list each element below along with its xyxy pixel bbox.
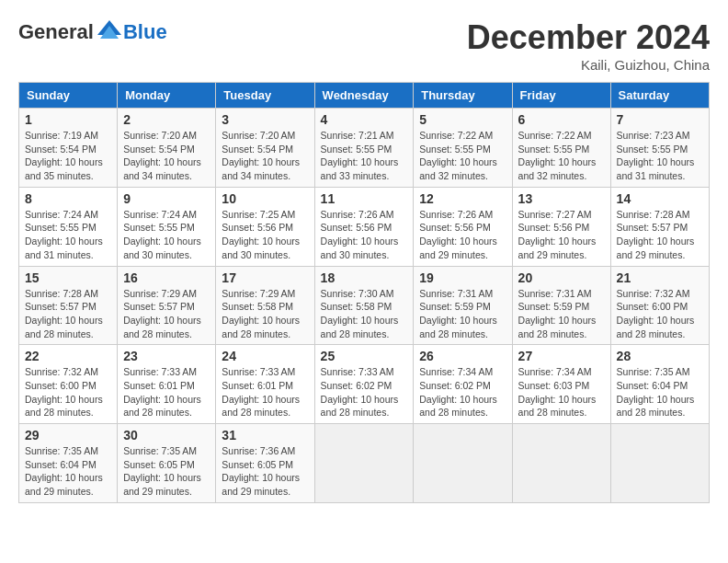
day-info: Sunrise: 7:25 AM Sunset: 5:56 PM Dayligh… (222, 208, 308, 262)
day-number: 1 (25, 112, 111, 127)
calendar-cell: 9Sunrise: 7:24 AM Sunset: 5:55 PM Daylig… (118, 187, 216, 266)
day-number: 25 (321, 349, 408, 363)
day-of-week-header: Sunday (19, 83, 118, 109)
calendar-cell: 10Sunrise: 7:25 AM Sunset: 5:56 PM Dayli… (216, 187, 314, 266)
calendar-cell: 8Sunrise: 7:24 AM Sunset: 5:55 PM Daylig… (19, 187, 118, 266)
day-info: Sunrise: 7:20 AM Sunset: 5:54 PM Dayligh… (123, 129, 210, 183)
day-number: 17 (222, 270, 308, 285)
calendar-cell (414, 424, 512, 503)
logo-icon (96, 18, 123, 46)
logo-general: General (18, 20, 94, 44)
day-info: Sunrise: 7:28 AM Sunset: 5:57 PM Dayligh… (617, 208, 703, 262)
month-title: December 2024 (467, 18, 710, 57)
day-number: 13 (518, 191, 605, 206)
day-number: 5 (419, 112, 506, 127)
calendar-header-row: SundayMondayTuesdayWednesdayThursdayFrid… (19, 83, 710, 109)
day-info: Sunrise: 7:35 AM Sunset: 6:04 PM Dayligh… (617, 365, 703, 419)
calendar-cell: 25Sunrise: 7:33 AM Sunset: 6:02 PM Dayli… (314, 345, 414, 424)
day-info: Sunrise: 7:32 AM Sunset: 6:00 PM Dayligh… (617, 287, 703, 341)
location: Kaili, Guizhou, China (467, 57, 710, 73)
calendar-week-row: 15Sunrise: 7:28 AM Sunset: 5:57 PM Dayli… (19, 266, 710, 345)
calendar-cell: 26Sunrise: 7:34 AM Sunset: 6:02 PM Dayli… (414, 345, 512, 424)
day-info: Sunrise: 7:33 AM Sunset: 6:01 PM Dayligh… (123, 365, 210, 419)
calendar-cell: 18Sunrise: 7:30 AM Sunset: 5:58 PM Dayli… (314, 266, 414, 345)
calendar-cell: 6Sunrise: 7:22 AM Sunset: 5:55 PM Daylig… (512, 109, 610, 188)
day-info: Sunrise: 7:20 AM Sunset: 5:54 PM Dayligh… (222, 129, 308, 183)
day-info: Sunrise: 7:31 AM Sunset: 5:59 PM Dayligh… (419, 287, 506, 341)
day-of-week-header: Tuesday (216, 83, 314, 109)
day-number: 9 (123, 191, 210, 206)
calendar-week-row: 22Sunrise: 7:32 AM Sunset: 6:00 PM Dayli… (19, 345, 710, 424)
day-number: 15 (25, 270, 111, 285)
day-info: Sunrise: 7:19 AM Sunset: 5:54 PM Dayligh… (25, 129, 111, 183)
day-info: Sunrise: 7:31 AM Sunset: 5:59 PM Dayligh… (518, 287, 605, 341)
day-number: 26 (419, 349, 506, 363)
day-number: 11 (321, 191, 408, 206)
day-info: Sunrise: 7:29 AM Sunset: 5:57 PM Dayligh… (123, 287, 210, 341)
day-number: 24 (222, 349, 308, 363)
calendar-cell: 13Sunrise: 7:27 AM Sunset: 5:56 PM Dayli… (512, 187, 610, 266)
day-number: 20 (518, 270, 605, 285)
day-of-week-header: Wednesday (314, 83, 414, 109)
calendar-cell: 30Sunrise: 7:35 AM Sunset: 6:05 PM Dayli… (118, 424, 216, 503)
day-info: Sunrise: 7:23 AM Sunset: 5:55 PM Dayligh… (617, 129, 703, 183)
day-info: Sunrise: 7:27 AM Sunset: 5:56 PM Dayligh… (518, 208, 605, 262)
day-of-week-header: Thursday (414, 83, 512, 109)
day-of-week-header: Friday (512, 83, 610, 109)
day-number: 27 (518, 349, 605, 363)
day-info: Sunrise: 7:34 AM Sunset: 6:02 PM Dayligh… (419, 365, 506, 419)
calendar-cell: 28Sunrise: 7:35 AM Sunset: 6:04 PM Dayli… (610, 345, 709, 424)
title-area: December 2024 Kaili, Guizhou, China (467, 18, 710, 73)
day-number: 6 (518, 112, 605, 127)
day-number: 18 (321, 270, 408, 285)
calendar-cell (512, 424, 610, 503)
day-info: Sunrise: 7:34 AM Sunset: 6:03 PM Dayligh… (518, 365, 605, 419)
day-info: Sunrise: 7:36 AM Sunset: 6:05 PM Dayligh… (222, 444, 308, 499)
day-number: 14 (617, 191, 703, 206)
day-info: Sunrise: 7:32 AM Sunset: 6:00 PM Dayligh… (25, 365, 111, 419)
calendar-cell: 24Sunrise: 7:33 AM Sunset: 6:01 PM Dayli… (216, 345, 314, 424)
day-info: Sunrise: 7:30 AM Sunset: 5:58 PM Dayligh… (321, 287, 408, 341)
day-info: Sunrise: 7:33 AM Sunset: 6:01 PM Dayligh… (222, 365, 308, 419)
day-number: 21 (617, 270, 703, 285)
calendar-cell (314, 424, 414, 503)
day-number: 31 (222, 428, 308, 442)
day-number: 30 (123, 428, 210, 442)
day-info: Sunrise: 7:24 AM Sunset: 5:55 PM Dayligh… (25, 208, 111, 262)
calendar-cell (610, 424, 709, 503)
day-info: Sunrise: 7:22 AM Sunset: 5:55 PM Dayligh… (419, 129, 506, 183)
day-number: 28 (617, 349, 703, 363)
calendar-table: SundayMondayTuesdayWednesdayThursdayFrid… (18, 82, 710, 503)
day-number: 8 (25, 191, 111, 206)
day-of-week-header: Saturday (610, 83, 709, 109)
calendar-cell: 4Sunrise: 7:21 AM Sunset: 5:55 PM Daylig… (314, 109, 414, 188)
day-number: 3 (222, 112, 308, 127)
calendar-cell: 15Sunrise: 7:28 AM Sunset: 5:57 PM Dayli… (19, 266, 118, 345)
day-info: Sunrise: 7:24 AM Sunset: 5:55 PM Dayligh… (123, 208, 210, 262)
calendar-week-row: 29Sunrise: 7:35 AM Sunset: 6:04 PM Dayli… (19, 424, 710, 503)
calendar-week-row: 1Sunrise: 7:19 AM Sunset: 5:54 PM Daylig… (19, 109, 710, 188)
calendar-cell: 2Sunrise: 7:20 AM Sunset: 5:54 PM Daylig… (118, 109, 216, 188)
calendar-cell: 1Sunrise: 7:19 AM Sunset: 5:54 PM Daylig… (19, 109, 118, 188)
calendar-cell: 5Sunrise: 7:22 AM Sunset: 5:55 PM Daylig… (414, 109, 512, 188)
day-info: Sunrise: 7:21 AM Sunset: 5:55 PM Dayligh… (321, 129, 408, 183)
calendar-cell: 22Sunrise: 7:32 AM Sunset: 6:00 PM Dayli… (19, 345, 118, 424)
calendar-cell: 31Sunrise: 7:36 AM Sunset: 6:05 PM Dayli… (216, 424, 314, 503)
calendar-cell: 3Sunrise: 7:20 AM Sunset: 5:54 PM Daylig… (216, 109, 314, 188)
calendar-body: 1Sunrise: 7:19 AM Sunset: 5:54 PM Daylig… (19, 109, 710, 503)
calendar-cell: 23Sunrise: 7:33 AM Sunset: 6:01 PM Dayli… (118, 345, 216, 424)
header: General Blue December 2024 Kaili, Guizho… (18, 18, 710, 73)
calendar-cell: 20Sunrise: 7:31 AM Sunset: 5:59 PM Dayli… (512, 266, 610, 345)
day-number: 4 (321, 112, 408, 127)
day-number: 22 (25, 349, 111, 363)
day-of-week-header: Monday (118, 83, 216, 109)
day-number: 19 (419, 270, 506, 285)
day-info: Sunrise: 7:33 AM Sunset: 6:02 PM Dayligh… (321, 365, 408, 419)
day-number: 16 (123, 270, 210, 285)
day-number: 29 (25, 428, 111, 442)
logo: General Blue (18, 18, 167, 46)
day-number: 23 (123, 349, 210, 363)
day-info: Sunrise: 7:35 AM Sunset: 6:04 PM Dayligh… (25, 444, 111, 499)
calendar-cell: 19Sunrise: 7:31 AM Sunset: 5:59 PM Dayli… (414, 266, 512, 345)
calendar-cell: 27Sunrise: 7:34 AM Sunset: 6:03 PM Dayli… (512, 345, 610, 424)
